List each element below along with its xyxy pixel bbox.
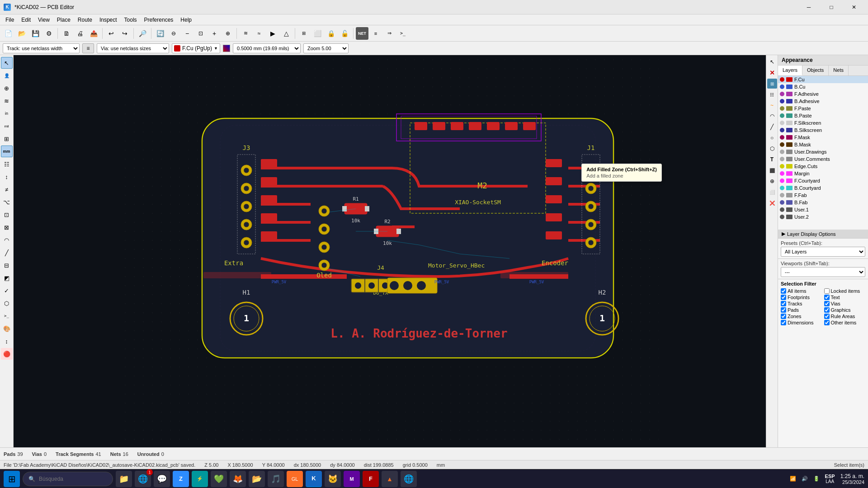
search-input[interactable] [39,476,102,482]
sf-zones-cb[interactable] [781,314,786,319]
track-width-select[interactable]: Track: use netclass width [3,43,80,53]
net-right-btn[interactable]: ~ [767,100,777,110]
keepout-btn[interactable]: ⊠ [1,221,13,233]
taskbar-app-explorer[interactable]: 📁 [116,471,132,487]
layer-badhesive[interactable]: B.Adhesive [778,98,868,105]
via-size-select[interactable]: Via: use netclass sizes [97,43,169,53]
menu-place[interactable]: Place [53,14,74,25]
undo-button[interactable]: ↩ [105,27,118,40]
gerber-button[interactable]: ⇒ [383,27,396,40]
menu-view[interactable]: View [34,14,53,25]
active-layer-indicator[interactable]: F.Cu (PgUp) ▼ [172,43,220,53]
zoom-selection-button[interactable]: ⊕ [222,27,234,40]
measure-btn[interactable]: ↕ [1,335,13,347]
highlight-net-button[interactable]: ▶ [266,27,279,40]
circle-right-btn[interactable]: ○ [767,133,777,143]
redo-button[interactable]: ↪ [118,27,131,40]
diff-pair-btn[interactable]: ≠ [1,183,13,195]
add-via-btn[interactable]: ⊕ [1,82,13,94]
zoom-out-button[interactable]: − [181,27,193,40]
layer-userdrawings[interactable]: User.Drawings [778,148,868,155]
red-x-btn[interactable]: ❌ [767,198,777,208]
drc-button[interactable]: ⊞ [297,27,310,40]
menu-inspect[interactable]: Inspect [96,14,121,25]
board-statistics-button[interactable]: ≡ [369,27,382,40]
layer-fcourtyard[interactable]: F.Courtyard [778,177,868,184]
sf-footprints[interactable]: Footprints [781,295,822,300]
route-track-btn[interactable]: 👤 [1,70,13,81]
mm-unit-btn[interactable]: mm [1,145,13,157]
layer-fcu[interactable]: F.Cu [778,76,868,83]
presets-select[interactable]: All LayersDefaultNo layers [781,247,865,257]
grid-origin-btn[interactable]: ⊞ [1,133,13,145]
menu-route[interactable]: Route [74,14,96,25]
line-right-btn[interactable]: ╱ [767,122,777,132]
add-text-btn[interactable]: in [1,108,13,119]
layer-fsilk[interactable]: F.Silkscreen [778,119,868,127]
pcb-canvas[interactable]: J3 J1 [14,55,766,447]
settings-button[interactable]: ⚙ [42,27,55,40]
taskbar-app-chrome[interactable]: 🌐 [401,471,417,487]
drc-btn[interactable]: ✓ [1,285,13,296]
arc-btn[interactable]: ◠ [1,234,13,246]
taskbar-app-github[interactable]: 🐱 [325,471,341,487]
export-button[interactable]: 📤 [87,27,100,40]
tab-objects[interactable]: Objects [802,66,829,75]
menu-tools[interactable]: Tools [121,14,141,25]
arc-right-btn[interactable]: ◠ [767,111,777,121]
sf-rule-areas[interactable]: Rule Areas [824,314,866,319]
taskbar-app-whatsapp[interactable]: 💚 [211,471,227,487]
color-btn[interactable]: 🎨 [1,323,13,334]
taskbar-app-files[interactable]: 📂 [249,471,265,487]
sf-text-cb[interactable] [824,295,830,300]
layer-edgecuts[interactable]: Edge.Cuts [778,163,868,170]
tab-layers[interactable]: Layers [778,66,802,75]
save-button[interactable]: 💾 [29,27,42,40]
taskbar-app-zoom[interactable]: Z [173,471,189,487]
layer-bpaste[interactable]: B.Paste [778,112,868,119]
sf-text[interactable]: Text [824,295,866,300]
refresh-button[interactable]: 🔄 [154,27,166,40]
sf-other-items-cb[interactable] [824,320,830,325]
taskbar-app-mqtt[interactable]: M [344,471,360,487]
layer-margin[interactable]: Margin [778,170,868,177]
delete-btn[interactable]: 🔴 [1,348,13,360]
taskbar-app-fusion[interactable]: ▲ [382,471,398,487]
sf-vias-cb[interactable] [824,301,830,306]
image-right-btn[interactable]: ⬛ [767,165,777,175]
layer-fpaste[interactable]: F.Paste [778,105,868,112]
menu-file[interactable]: File [2,14,18,25]
taskbar-app-teams[interactable]: 💬 [154,471,170,487]
add-zone-btn[interactable]: ⊡ [1,209,13,221]
layer-ffab[interactable]: F.Fab [778,192,868,199]
layer-bcu[interactable]: B.Cu [778,83,868,90]
sf-dimensions-cb[interactable] [781,320,786,325]
zoom-fit-button[interactable]: ⊖ [167,27,180,40]
sf-all-items[interactable]: All items [781,288,822,294]
component-right-btn[interactable]: ☷ [767,89,777,99]
layer-user2[interactable]: User.2 [778,213,868,221]
sf-all-items-cb[interactable] [781,288,786,294]
zoom-board-button[interactable]: ⊡ [194,27,207,40]
start-button[interactable]: ⊞ [4,471,20,487]
layer-bcourtyard[interactable]: B.Courtyard [778,184,868,192]
sf-graphics[interactable]: Graphics [824,307,866,313]
sf-tracks[interactable]: Tracks [781,301,822,306]
taskbar-app-firefox[interactable]: 🦊 [230,471,246,487]
menu-help[interactable]: Help [177,14,195,25]
menu-edit[interactable]: Edit [18,14,34,25]
3d-btn[interactable]: ⬡ [1,297,13,309]
delete-right-btn[interactable]: ⬜ [767,187,777,197]
script-btn[interactable]: >_ [1,310,13,322]
layer-user1[interactable]: User.1 [778,206,868,213]
tab-nets[interactable]: Nets [829,66,849,75]
open-button[interactable]: 📂 [15,27,28,40]
layer-usercomments[interactable]: User.Comments [778,155,868,163]
appearance-btn[interactable]: ◩ [1,272,13,284]
taskbar-app-fritzing[interactable]: F [363,471,379,487]
sf-pads[interactable]: Pads [781,307,822,313]
sf-locked-items[interactable]: Locked items [824,288,866,294]
print-preview-button[interactable]: 🗎 [60,27,73,40]
taskbar-clock[interactable]: 1:25 a. m. 25/3/2024 [840,473,864,485]
taskbar-app-kicad[interactable]: K [306,471,322,487]
